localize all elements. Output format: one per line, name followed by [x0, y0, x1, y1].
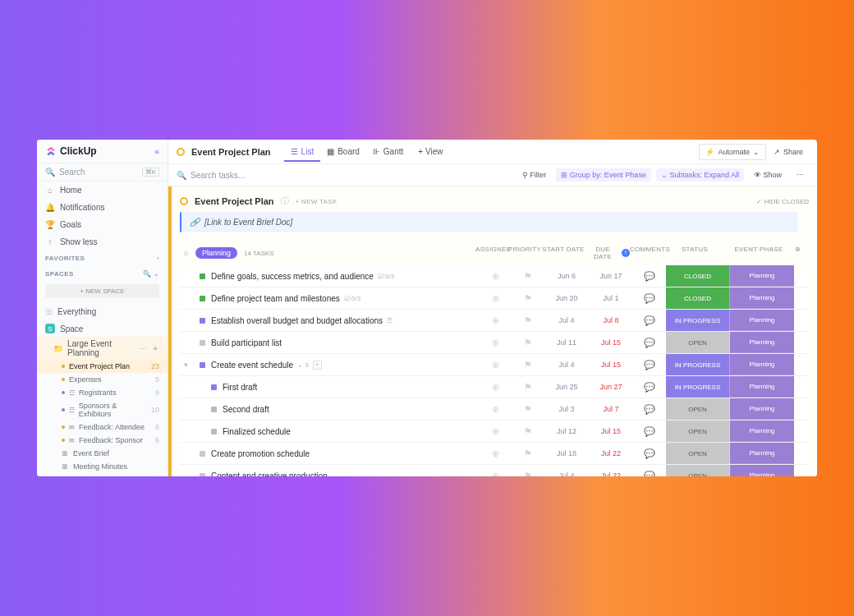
assignee-cell[interactable]: ⊕ — [479, 426, 512, 437]
comments-cell[interactable]: 💬 — [633, 271, 666, 282]
task-row[interactable]: Define goals, success metrics, and audie… — [180, 265, 809, 287]
priority-cell[interactable]: ⚑ — [512, 360, 544, 370]
task-row[interactable]: Content and creative production ⊕ ⚑ Jul … — [180, 465, 809, 476]
due-date-cell[interactable]: Jul 8 — [589, 316, 633, 324]
filter-button[interactable]: ⚲ Filter — [517, 168, 552, 182]
start-date-cell[interactable]: Jul 18 — [544, 449, 589, 457]
spaces-header[interactable]: SPACES 🔍 ⌄ — [37, 266, 168, 282]
phase-cell[interactable]: Planning — [730, 376, 794, 398]
group-pill[interactable]: Planning — [195, 247, 237, 259]
sidebar-doc-item[interactable]: 🗎Meeting Minutes — [37, 460, 168, 473]
task-name[interactable]: Build participant list — [211, 333, 479, 352]
start-date-cell[interactable]: Jul 3 — [544, 405, 589, 413]
task-row[interactable]: First draft ⊕ ⚑ Jun 25 Jun 27 💬 IN PROGR… — [180, 376, 809, 398]
comments-cell[interactable]: 💬 — [633, 360, 666, 370]
task-name[interactable]: Content and creative production — [211, 467, 479, 477]
comments-cell[interactable]: 💬 — [633, 426, 666, 437]
due-date-cell[interactable]: Jul 22 — [589, 449, 633, 457]
due-date-cell[interactable]: Jul 22 — [589, 471, 633, 476]
priority-cell[interactable]: ⚑ — [512, 271, 544, 282]
comments-cell[interactable]: 💬 — [633, 315, 666, 326]
space-row[interactable]: S Space — [37, 320, 168, 337]
sidebar-doc-item[interactable]: 🗎Event Brief — [37, 447, 168, 460]
assignee-cell[interactable]: ⊕ — [479, 382, 512, 393]
task-status-square[interactable] — [200, 318, 205, 324]
comments-cell[interactable]: 💬 — [633, 404, 666, 415]
start-date-cell[interactable]: Jun 6 — [544, 272, 589, 280]
task-name[interactable]: Create promotion schedule — [211, 444, 479, 463]
task-name[interactable]: Second draft — [223, 400, 479, 419]
task-row[interactable]: Define project team and milestones☑ 0/3 … — [180, 287, 809, 310]
task-status-square[interactable] — [200, 274, 205, 279]
task-row[interactable]: Establish overall budget and budget allo… — [180, 310, 809, 332]
assignee-cell[interactable]: ⊕ — [479, 404, 512, 415]
collapse-sidebar-icon[interactable]: « — [154, 146, 159, 156]
comments-cell[interactable]: 💬 — [633, 448, 666, 459]
phase-cell[interactable]: Planning — [730, 310, 794, 331]
status-cell[interactable]: IN PROGRESS — [666, 310, 730, 331]
col-start-date[interactable]: START DATE — [541, 246, 585, 260]
col-phase[interactable]: EVENT PHASE — [727, 246, 791, 260]
task-name[interactable]: Establish overall budget and budget allo… — [211, 311, 479, 330]
task-status-square[interactable] — [211, 429, 217, 434]
favorites-header[interactable]: FAVORITES › — [37, 251, 168, 266]
phase-cell[interactable]: Planning — [730, 443, 794, 464]
folder-add-icon[interactable]: + — [153, 344, 158, 353]
info-icon[interactable]: ⓘ — [281, 195, 289, 207]
status-cell[interactable]: IN PROGRESS — [666, 354, 730, 375]
col-status[interactable]: STATUS — [663, 246, 727, 260]
task-name[interactable]: First draft — [223, 378, 479, 397]
task-row[interactable]: Create promotion schedule ⊕ ⚑ Jul 18 Jul… — [180, 443, 809, 465]
due-date-cell[interactable]: Jul 15 — [589, 361, 633, 369]
start-date-cell[interactable]: Jul 4 — [544, 361, 589, 369]
assignee-cell[interactable]: ⊕ — [479, 448, 512, 459]
status-cell[interactable]: OPEN — [666, 398, 730, 420]
phase-cell[interactable]: Planning — [730, 332, 794, 353]
sidebar-list-item[interactable]: Event Project Plan23 — [37, 360, 168, 373]
start-date-cell[interactable]: Jul 12 — [544, 427, 589, 435]
subtasks-button[interactable]: ⌄ Subtasks: Expand All — [656, 168, 744, 182]
phase-cell[interactable]: Planning — [730, 421, 794, 442]
due-date-cell[interactable]: Jul 15 — [589, 427, 633, 435]
group-by-button[interactable]: ⊞ Group by: Event Phase — [556, 168, 651, 182]
assignee-cell[interactable]: ⊕ — [479, 338, 512, 348]
assignee-cell[interactable]: ⊕ — [479, 360, 512, 370]
task-status-square[interactable] — [211, 407, 217, 412]
sidebar-list-item[interactable]: ☲Registrants9 — [37, 386, 168, 399]
group-toggle-icon[interactable]: ⊙ — [183, 250, 189, 257]
add-column-button[interactable]: ⊕ — [791, 246, 806, 260]
due-date-cell[interactable]: Jul 7 — [589, 405, 633, 413]
due-date-cell[interactable]: Jul 1 — [589, 294, 633, 302]
comments-cell[interactable]: 💬 — [633, 382, 666, 393]
show-button[interactable]: 👁 Show — [749, 168, 787, 182]
task-status-square[interactable] — [200, 362, 205, 368]
col-priority[interactable]: PRIORITY — [508, 246, 541, 260]
comments-cell[interactable]: 💬 — [633, 338, 666, 348]
assignee-cell[interactable]: ⊕ — [479, 315, 512, 326]
priority-cell[interactable]: ⚑ — [512, 448, 544, 459]
nav-home[interactable]: ⌂Home — [37, 182, 168, 199]
col-due-date[interactable]: DUE DATE↑ — [585, 246, 630, 260]
status-cell[interactable]: IN PROGRESS — [666, 376, 730, 398]
priority-cell[interactable]: ⚑ — [512, 315, 544, 326]
task-status-square[interactable] — [200, 340, 205, 346]
task-row[interactable]: Build participant list ⊕ ⚑ Jul 11 Jul 15… — [180, 332, 809, 354]
share-button[interactable]: ↗Share — [768, 145, 809, 159]
priority-cell[interactable]: ⚑ — [512, 382, 544, 393]
due-date-cell[interactable]: Jun 17 — [589, 272, 633, 280]
phase-cell[interactable]: Planning — [730, 265, 794, 287]
start-date-cell[interactable]: Jul 4 — [544, 471, 589, 476]
sidebar-list-item[interactable]: ✉Feedback: Attendee6 — [37, 421, 168, 434]
task-search[interactable]: 🔍Search tasks... — [177, 171, 245, 180]
nav-show-less[interactable]: ↑Show less — [37, 233, 168, 251]
assignee-cell[interactable]: ⊕ — [479, 293, 512, 304]
brief-link[interactable]: 🔗 [Link to Event Brief Doc] — [180, 212, 797, 232]
sidebar-list-item[interactable]: ✉Feedback: Sponsor6 — [37, 434, 168, 447]
more-icon[interactable]: ⋯ — [792, 168, 809, 182]
task-status-square[interactable] — [211, 384, 217, 390]
start-date-cell[interactable]: Jul 4 — [544, 316, 589, 324]
phase-cell[interactable]: Planning — [730, 354, 794, 375]
priority-cell[interactable]: ⚑ — [512, 293, 544, 304]
comments-cell[interactable]: 💬 — [633, 471, 666, 477]
phase-cell[interactable]: Planning — [730, 287, 794, 309]
